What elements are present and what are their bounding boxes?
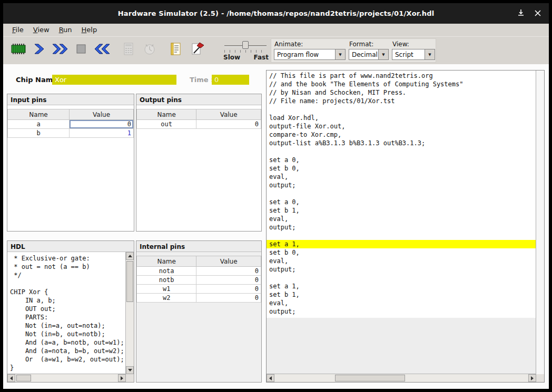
- close-button[interactable]: [530, 3, 546, 24]
- column-header-value: Value: [196, 109, 261, 120]
- triangle-right-icon: [121, 376, 123, 380]
- menu-item[interactable]: Help: [77, 24, 102, 36]
- horizontal-scroll-thumb[interactable]: [16, 375, 31, 381]
- slider-fast-label: Fast: [254, 54, 269, 61]
- stop-button[interactable]: [71, 38, 92, 62]
- clock-button: [139, 38, 160, 62]
- internal-pins-title: Internal pins: [136, 241, 261, 252]
- hdl-line: Not (in=b, out=notb);: [10, 330, 126, 338]
- script-line: output-list a%B3.1.3 b%B3.1.3 out%B3.1.3…: [267, 139, 536, 147]
- script-vertical-scrollbar[interactable]: [536, 71, 544, 374]
- hdl-line: * Exclusive-or gate:: [10, 254, 126, 263]
- hdl-line: Or (a=w1, b=w2, out=out);: [10, 355, 126, 364]
- script-line: output;: [267, 265, 536, 274]
- reset-button[interactable]: [92, 38, 113, 62]
- scroll-right-button[interactable]: [118, 374, 126, 382]
- hdl-line: * out = not (a == b): [10, 263, 126, 271]
- script-line: [267, 147, 536, 156]
- script-document-icon: [169, 42, 183, 58]
- triangle-down-icon: [128, 369, 132, 371]
- pin-value[interactable]: 0: [70, 120, 134, 129]
- scroll-left-button[interactable]: [7, 374, 15, 382]
- internal-pins-table: Name Value nota 0 notb 0 w1 0: [136, 256, 261, 303]
- triangle-up-icon: [128, 255, 132, 257]
- run-button[interactable]: [50, 38, 71, 62]
- scroll-right-button[interactable]: [528, 374, 536, 382]
- output-pins-table: Name Value out 0: [136, 109, 261, 129]
- pin-value[interactable]: 0: [196, 120, 261, 129]
- pin-row[interactable]: w2 0: [137, 294, 261, 303]
- format-selected-value: Decimal: [349, 49, 378, 59]
- hdl-line: [10, 279, 126, 288]
- speed-slider[interactable]: Slow Fast: [223, 39, 269, 63]
- menu-item[interactable]: File: [7, 24, 28, 36]
- column-header-value: Value: [196, 256, 261, 267]
- menu-item[interactable]: View: [28, 24, 54, 36]
- main-content: Chip Name : Xor Time : 0 Input pins Name…: [3, 64, 549, 389]
- menu-bar: FileViewRunHelp: [3, 24, 549, 36]
- single-step-button[interactable]: [28, 38, 50, 62]
- slider-ticks: [224, 50, 267, 53]
- scroll-left-button[interactable]: [267, 374, 274, 382]
- pin-row[interactable]: w1 0: [137, 285, 261, 294]
- window-title: Hardware Simulator (2.5) - /home/thomas/…: [118, 9, 435, 17]
- menu-item[interactable]: Run: [54, 24, 77, 36]
- output-pins-title: Output pins: [136, 94, 261, 105]
- script-line: set a 0,: [267, 198, 536, 206]
- breakpoints-flag-icon: [189, 42, 205, 58]
- view-select[interactable]: Script ▼: [392, 49, 435, 60]
- vertical-scroll-thumb[interactable]: [126, 261, 133, 302]
- view-label: View:: [392, 40, 435, 49]
- pin-value[interactable]: 1: [70, 129, 134, 138]
- pin-value[interactable]: 0: [196, 276, 261, 285]
- animate-group: Animate: Program flow ▼: [274, 40, 346, 61]
- chip-name-field: Xor: [52, 75, 176, 85]
- pin-value[interactable]: 0: [196, 294, 261, 303]
- scroll-down-button[interactable]: [126, 366, 134, 374]
- scrollbar-corner: [536, 374, 544, 382]
- breakpoints-button[interactable]: [186, 38, 208, 62]
- script-line: set a 1,: [267, 282, 536, 290]
- load-chip-button[interactable]: [7, 38, 28, 62]
- pin-name: out: [137, 120, 196, 129]
- hdl-vertical-scrollbar[interactable]: [125, 252, 134, 374]
- pin-name: nota: [137, 267, 196, 276]
- view-group: View: Script ▼: [392, 40, 435, 61]
- pin-row[interactable]: a 0: [8, 120, 134, 129]
- chip-icon: [9, 42, 27, 58]
- hdl-horizontal-scrollbar[interactable]: [7, 374, 126, 382]
- animate-label: Animate:: [274, 40, 346, 49]
- pin-row[interactable]: notb 0: [137, 276, 261, 285]
- load-script-button[interactable]: [165, 38, 186, 62]
- pin-value[interactable]: 0: [196, 285, 261, 294]
- internal-pins-panel: Internal pins Name Value nota 0 notb 0: [136, 240, 262, 383]
- hdl-line: And (a=a, b=notb, out=w1);: [10, 338, 126, 347]
- slider-thumb[interactable]: [242, 41, 249, 49]
- horizontal-scroll-thumb[interactable]: [335, 375, 405, 381]
- chevron-down-icon[interactable]: ▼: [335, 49, 345, 59]
- minimize-button[interactable]: [513, 3, 529, 24]
- hdl-line: PARTS:: [10, 313, 126, 321]
- pin-row[interactable]: out 0: [137, 120, 261, 129]
- script-line: set b 0,: [267, 248, 536, 257]
- chevron-down-icon[interactable]: ▼: [425, 49, 435, 59]
- hdl-title: HDL: [7, 241, 134, 252]
- format-select[interactable]: Decimal ▼: [349, 49, 389, 60]
- pin-name: w2: [137, 294, 196, 303]
- hdl-line: IN a, b;: [10, 296, 126, 305]
- chevron-down-icon[interactable]: ▼: [378, 49, 388, 59]
- script-horizontal-scrollbar[interactable]: [267, 374, 536, 382]
- column-header-name: Name: [8, 109, 70, 120]
- animate-select[interactable]: Program flow ▼: [274, 49, 346, 60]
- script-line: [267, 105, 536, 114]
- script-line: set b 0,: [267, 164, 536, 173]
- close-icon: [535, 8, 541, 18]
- hdl-line: CHIP Xor {: [10, 288, 126, 296]
- pin-row[interactable]: b 1: [8, 129, 134, 138]
- pin-row[interactable]: nota 0: [137, 267, 261, 276]
- pin-value[interactable]: 0: [196, 267, 261, 276]
- hdl-line: }: [10, 364, 126, 372]
- hdl-line: OUT out;: [10, 305, 126, 313]
- scroll-up-button[interactable]: [126, 252, 134, 260]
- script-line: set a 1,: [267, 240, 536, 248]
